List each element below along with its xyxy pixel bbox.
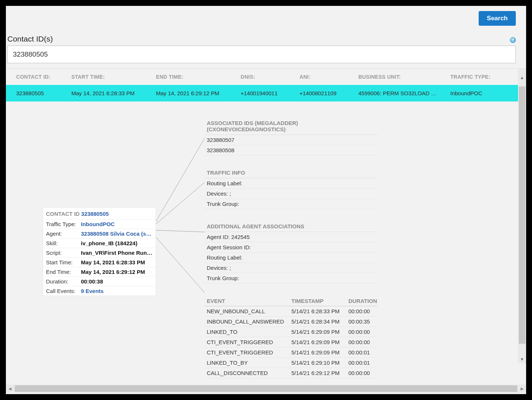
event-timestamp: 5/14/21 6:29:09 PM [291,349,348,356]
k-traffic-type: Traffic Type: [46,221,81,227]
agent-assoc-title: ADDITIONAL AGENT ASSOCIATIONS [205,219,377,232]
event-col-timestamp: TIMESTAMP [291,298,348,304]
search-button[interactable]: Search [479,11,516,26]
agent-routing-label: Routing Label: [205,253,377,263]
v-skill: iv_phone_IB (184224) [81,240,153,246]
k-call-events: Call Events: [46,288,81,294]
v-call-events[interactable]: 9 Events [81,288,153,294]
col-end-time: END TIME: [156,74,241,80]
horizontal-scrollbar[interactable]: ◀ ▶ [6,385,526,393]
event-name: INBOUND_CALL_ANSWERED [207,318,291,325]
event-duration: 00:00:00 [348,308,383,314]
col-business-unit: BUSINESS UNIT: [358,74,450,80]
help-icon[interactable]: ? [510,37,516,43]
event-name: LINKED_TO [207,329,291,335]
event-row[interactable]: INBOUND_CALL_ANSWERED5/14/21 6:28:34 PM0… [205,317,377,327]
traffic-routing-label: Routing Label: [205,178,377,189]
assoc-id-item[interactable]: 323880507 [205,135,377,145]
v-agent[interactable]: 323880508 Silvia Coca (sil… [81,231,153,237]
event-timestamp: 5/14/21 6:29:09 PM [291,329,348,335]
event-row[interactable]: NEW_INBOUND_CALL5/14/21 6:28:33 PM00:00:… [205,306,377,317]
assoc-link-megaladder[interactable]: MEGALADDER [257,120,297,126]
grid-header-row: CONTACT ID: START TIME: END TIME: DNIS: … [6,69,526,85]
v-script: Ivan_VR\First Phone Run… [81,250,153,256]
events-table: EVENT TIMESTAMP DURATION NEW_INBOUND_CAL… [205,296,377,378]
traffic-info-section: TRAFFIC INFO Routing Label: Devices: ; T… [205,166,377,209]
event-row[interactable]: CALL_DISCONNECTED5/14/21 6:29:12 PM00:00… [205,368,377,378]
grid-row-selected[interactable]: 323880505 May 14, 2021 6:28:33 PM May 14… [6,85,526,101]
cell-start-time: May 14, 2021 6:28:33 PM [71,90,156,96]
svg-line-1 [153,182,205,226]
svg-line-3 [153,234,205,293]
event-row[interactable]: LINKED_TO_BY5/14/21 6:29:10 PM00:00:01 [205,358,377,368]
k-skill: Skill: [46,240,81,246]
k-agent: Agent: [46,231,81,237]
event-timestamp: 5/14/21 6:29:10 PM [291,360,348,366]
v-duration: 00:00:38 [81,278,153,285]
card-title-id[interactable]: 323880505 [81,211,109,217]
v-traffic-type[interactable]: InboundPOC [81,221,153,227]
agent-trunk-group: Trunk Group: [205,273,377,283]
event-timestamp: 5/14/21 6:29:09 PM [291,339,348,345]
card-title-prefix: CONTACT ID [46,211,79,217]
assoc-link-cxone[interactable]: CXONEVOICEDIAGNOSTICS [209,126,284,132]
associated-ids-section: ASSOCIATED IDS (MEGALADDER) (CXONEVOICED… [205,116,377,156]
event-col-duration: DURATION [348,298,383,304]
hscroll-thumb[interactable] [15,385,517,392]
event-row[interactable]: LINKED_TO5/14/21 6:29:09 PM00:00:00 [205,327,377,337]
agent-id: Agent ID: 242545 [205,232,377,242]
assoc-title-suffix: ) [284,126,285,132]
contact-ids-input[interactable] [7,46,516,63]
event-duration: 00:00:00 [348,329,383,335]
event-duration: 00:00:01 [348,349,383,356]
event-duration: 00:00:01 [348,360,383,366]
assoc-id-item[interactable]: 323880508 [205,145,377,156]
col-dnis: DNIS: [241,74,299,80]
event-name: CALL_DISCONNECTED [207,370,291,376]
cell-dnis: +14001940011 [241,90,299,96]
agent-assoc-section: ADDITIONAL AGENT ASSOCIATIONS Agent ID: … [205,219,377,283]
v-start-time: May 14, 2021 6:28:33 PM [81,259,153,265]
contact-ids-label: Contact ID(s) [7,35,53,43]
event-duration: 00:00:35 [348,318,383,325]
scroll-right-button[interactable]: ▶ [518,385,526,393]
event-duration: 00:00:00 [348,370,383,376]
agent-session-id: Agent Session ID: [205,242,377,253]
scroll-left-button[interactable]: ◀ [6,385,14,393]
event-timestamp: 5/14/21 6:28:34 PM [291,318,348,325]
event-name: CTI_EVENT_TRIGGERED [207,349,291,356]
cell-contact-id: 323880505 [16,90,71,96]
k-duration: Duration: [46,278,81,285]
traffic-info-title: TRAFFIC INFO [205,166,377,178]
vertical-scrollbar[interactable] [518,86,526,363]
event-row[interactable]: CTI_EVENT_TRIGGERED5/14/21 6:29:09 PM00:… [205,337,377,347]
contact-summary-card: CONTACT ID 323880505 Traffic Type:Inboun… [43,207,156,296]
svg-line-2 [153,230,205,232]
k-start-time: Start Time: [46,259,81,265]
assoc-title-prefix: ASSOCIATED IDS ( [207,120,257,126]
event-name: CTI_EVENT_TRIGGERED [207,339,291,345]
cell-end-time: May 14, 2021 6:29:12 PM [156,90,241,96]
traffic-devices: Devices: ; [205,189,377,199]
event-timestamp: 5/14/21 6:28:33 PM [291,308,348,314]
event-row[interactable]: CTI_EVENT_TRIGGERED5/14/21 6:29:09 PM00:… [205,347,377,358]
v-end-time: May 14, 2021 6:29:12 PM [81,269,153,275]
event-duration: 00:00:00 [348,339,383,345]
k-end-time: End Time: [46,269,81,275]
agent-devices: Devices: ; [205,263,377,273]
cell-traffic-type: InboundPOC [450,90,498,96]
cell-business-unit: 4599006: PERM SO32LOAD … [358,90,450,96]
col-start-time: START TIME: [71,74,156,80]
cell-ani: +14008021109 [299,90,358,96]
col-contact-id: CONTACT ID: [16,74,71,80]
scroll-down-button[interactable]: ▼ [518,355,526,363]
event-name: LINKED_TO_BY [207,360,291,366]
scroll-thumb[interactable] [519,86,525,344]
k-script: Script: [46,250,81,256]
event-name: NEW_INBOUND_CALL [207,308,291,314]
results-grid: ▲ CONTACT ID: START TIME: END TIME: DNIS… [6,68,526,374]
col-traffic-type: TRAFFIC TYPE: [450,74,498,80]
svg-line-0 [153,138,205,226]
scroll-up-button[interactable]: ▲ [518,69,526,86]
event-timestamp: 5/14/21 6:29:12 PM [291,370,348,376]
